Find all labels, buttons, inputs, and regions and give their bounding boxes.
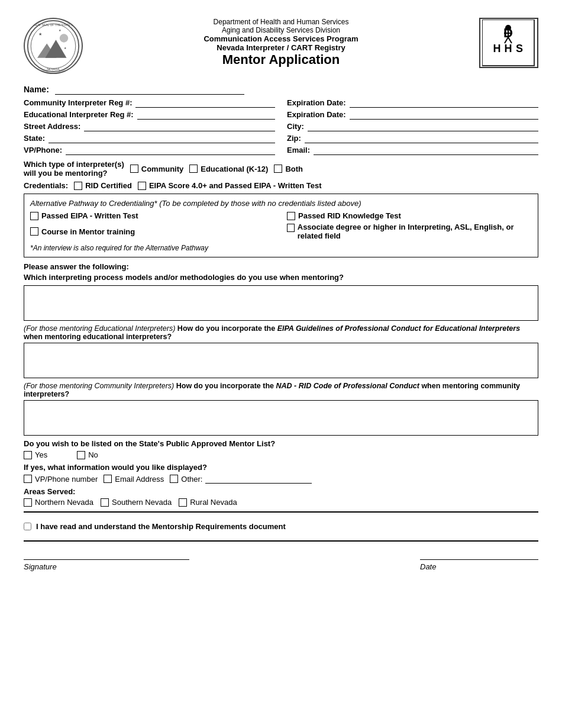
- interpreter-type-question: Which type of interpreter(s)will you be …: [24, 160, 124, 178]
- community-checkbox-item: Community: [130, 165, 184, 173]
- no-label: No: [88, 450, 98, 459]
- nevada-seal-logo: ★ ★ ★ NEVADA GREAT SEAL OF THE STATE OF: [24, 18, 83, 74]
- vp-phone-col: VP/Phone:: [24, 146, 275, 155]
- northern-nevada-checkbox[interactable]: [24, 498, 32, 507]
- community-checkbox[interactable]: [130, 165, 138, 173]
- signature-label: Signature: [24, 562, 189, 571]
- rid-checkbox[interactable]: [74, 182, 82, 190]
- educational-label: Educational (K-12): [201, 165, 268, 173]
- passed-eipa-checkbox[interactable]: [30, 212, 38, 220]
- date-col: Date: [420, 559, 538, 571]
- eipa-label: EIPA Score 4.0+ and Passed EIPA - Writte…: [149, 181, 322, 190]
- educational-textarea[interactable]: [24, 343, 538, 378]
- date-line: [420, 559, 538, 560]
- zip-input[interactable]: [305, 134, 538, 143]
- name-input[interactable]: [55, 85, 244, 95]
- acknowledgement-text: I have read and understand the Mentorshi…: [36, 522, 286, 531]
- educational-checkbox[interactable]: [189, 165, 198, 173]
- yes-checkbox[interactable]: [24, 451, 32, 459]
- expiration-date-input1[interactable]: [350, 98, 538, 108]
- email-input[interactable]: [314, 146, 538, 155]
- zip-col: Zip:: [287, 134, 538, 143]
- eipa-checkbox-item: EIPA Score 4.0+ and Passed EIPA - Writte…: [138, 181, 322, 190]
- vp-phone-input[interactable]: [66, 146, 275, 155]
- vp-phone-display-checkbox[interactable]: [24, 475, 32, 483]
- community-question-italic: NAD - RID Code of Professional Conduct: [276, 382, 419, 390]
- page-header: ★ ★ ★ NEVADA GREAT SEAL OF THE STATE OF …: [24, 18, 538, 74]
- rural-nevada-checkbox[interactable]: [179, 498, 187, 507]
- vp-phone-checkbox-item: VP/Phone number: [24, 475, 98, 484]
- zip-label: Zip:: [287, 134, 301, 143]
- other-label: Other:: [181, 475, 202, 484]
- yes-label: Yes: [35, 450, 47, 459]
- vp-phone-checkbox-label: VP/Phone number: [35, 475, 98, 484]
- svg-text:H: H: [493, 43, 501, 54]
- other-checkbox[interactable]: [170, 475, 178, 483]
- header-center: Department of Health and Human Services …: [83, 18, 479, 67]
- passed-rid-label: Passed RID Knowledge Test: [298, 211, 401, 220]
- educational-question-italic: EIPA Guidelines of Professional Conduct …: [277, 324, 520, 333]
- eipa-checkbox[interactable]: [138, 182, 146, 190]
- passed-eipa-item: Passed EIPA - Written Test: [30, 211, 275, 220]
- signature-line: [24, 559, 189, 560]
- passed-rid-checkbox[interactable]: [287, 212, 295, 220]
- svg-point-15: [505, 25, 511, 31]
- svg-text:H: H: [505, 43, 512, 54]
- please-answer-label: Please answer the following:: [24, 262, 538, 271]
- expiration-date-col2: Expiration Date:: [287, 110, 538, 120]
- course-mentor-label: Course in Mentor training: [41, 227, 135, 236]
- yes-checkbox-item: Yes: [24, 450, 47, 459]
- program-line2: Nevada Interpreter / CART Registry: [92, 43, 470, 52]
- models-textarea[interactable]: [24, 286, 538, 320]
- yes-no-row: Yes No: [24, 450, 538, 459]
- acknowledgement-checkbox[interactable]: [24, 523, 31, 530]
- reg-row: Community Interpreter Reg #: Expiration …: [24, 98, 538, 108]
- northern-nevada-item: Northern Nevada: [24, 498, 93, 507]
- areas-served-row: Northern Nevada Southern Nevada Rural Ne…: [24, 498, 538, 507]
- date-label: Date: [420, 562, 538, 571]
- email-col: Email:: [287, 146, 538, 155]
- rural-nevada-item: Rural Nevada: [179, 498, 237, 507]
- street-col: Street Address:: [24, 122, 275, 131]
- email-address-checkbox[interactable]: [104, 475, 112, 483]
- educational-reg-row: Educational Interpreter Reg #: Expiratio…: [24, 110, 538, 120]
- educational-question-end: when mentoring educational interpreters?: [24, 333, 172, 341]
- display-info-row: VP/Phone number Email Address Other:: [24, 474, 538, 484]
- other-input[interactable]: [205, 474, 312, 484]
- community-question-intro: (For those mentoring Community Interpret…: [24, 382, 174, 390]
- both-checkbox[interactable]: [274, 165, 282, 173]
- expiration-date-input2[interactable]: [350, 110, 538, 120]
- dept-line1: Department of Health and Human Services: [92, 18, 470, 26]
- street-input[interactable]: [84, 122, 275, 131]
- no-checkbox[interactable]: [77, 451, 85, 459]
- educational-question-bold: How do you incorporate the: [177, 324, 275, 333]
- community-reg-col: Community Interpreter Reg #:: [24, 98, 275, 108]
- svg-text:★: ★: [38, 31, 42, 37]
- email-address-label: Email Address: [115, 475, 164, 484]
- alt-pathway-title-row: Alternative Pathway to Credentialing* (T…: [30, 199, 532, 208]
- community-reg-input[interactable]: [135, 98, 275, 108]
- course-mentor-checkbox[interactable]: [30, 227, 38, 236]
- svg-text:★: ★: [59, 28, 62, 31]
- southern-nevada-checkbox[interactable]: [101, 498, 109, 507]
- state-input[interactable]: [49, 134, 275, 143]
- community-textarea[interactable]: [24, 401, 538, 435]
- educational-question-intro: (For those mentoring Educational Interpr…: [24, 324, 175, 333]
- credentials-row: Credentials: RID Certified EIPA Score 4.…: [24, 181, 538, 190]
- expiration-label2: Expiration Date:: [287, 110, 346, 119]
- state-col: State:: [24, 134, 275, 143]
- city-input[interactable]: [308, 122, 538, 131]
- community-question-bold: How do you incorporate the: [176, 382, 274, 390]
- educational-question-row: (For those mentoring Educational Interpr…: [24, 324, 538, 341]
- street-label: Street Address:: [24, 122, 80, 131]
- address-city-row: Street Address: City:: [24, 122, 538, 131]
- associate-degree-checkbox[interactable]: [287, 224, 295, 232]
- email-address-checkbox-item: Email Address: [104, 475, 164, 484]
- acknowledgement-row: I have read and understand the Mentorshi…: [24, 517, 538, 536]
- educational-reg-input[interactable]: [137, 110, 275, 120]
- dhhs-logo: D H H S: [479, 18, 538, 68]
- alternative-pathway-box: Alternative Pathway to Credentialing* (T…: [24, 194, 538, 257]
- northern-nevada-label: Northern Nevada: [35, 498, 93, 507]
- associate-degree-label: Associate degree or higher in Interpreti…: [298, 223, 532, 240]
- educational-textarea-box: [24, 343, 538, 378]
